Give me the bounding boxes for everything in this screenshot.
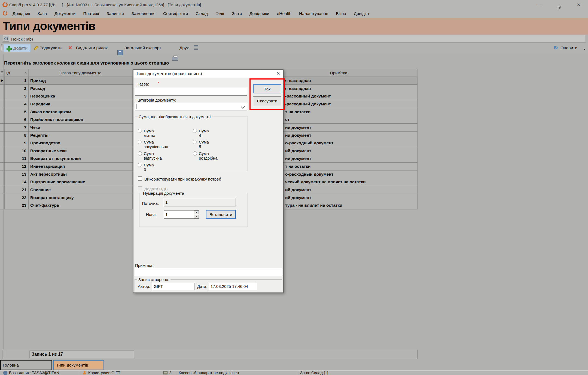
cell-name[interactable]: Инвентаризация [29,163,133,170]
cell-name[interactable]: Рецепты [29,132,133,139]
cell-id[interactable]: 5 [5,108,29,116]
cell-note[interactable]: ий документ [260,147,418,155]
cell-name[interactable]: Возврат поставщику [29,194,133,202]
cell-id[interactable]: 11 [5,155,29,162]
menu-item-5[interactable]: Замовлення [129,10,158,18]
cell-id[interactable]: 14 [5,178,29,186]
cell-id[interactable]: 22 [5,194,29,202]
menu-item-10[interactable]: Довідники [247,10,272,18]
cell-name[interactable]: Списание [29,186,133,194]
calc-checkbox[interactable] [138,176,142,181]
menu-item-13[interactable]: Вікна [333,10,349,18]
cell-note[interactable]: ст [260,116,418,123]
row-selector-cell[interactable] [0,163,5,170]
cell-note[interactable]: т на остатки [260,163,418,170]
cell-id[interactable]: 10 [5,147,29,155]
menu-item-12[interactable]: Налаштування [296,10,331,18]
radio-сума-4[interactable] [193,129,197,133]
row-selector-cell[interactable] [0,194,5,202]
delete-row-button[interactable]: Видалити рядок [76,43,108,53]
row-selector-cell[interactable] [0,202,5,209]
search-icon[interactable] [3,36,9,42]
cell-id[interactable]: 8 [5,132,29,139]
note-input[interactable] [135,268,282,276]
cell-note[interactable]: о-расходный документ [260,139,418,147]
cell-name[interactable]: Расход [29,85,133,92]
radio-сума-5[interactable] [193,140,197,144]
header-name[interactable]: Назва типу документа [29,69,133,77]
row-selector-cell[interactable] [0,108,5,116]
cell-name[interactable]: Акт пересортицы [29,170,133,178]
cell-note[interactable]: ий документ [260,155,418,162]
row-selector-cell[interactable] [0,186,5,194]
row-selector-cell[interactable] [0,139,5,147]
cell-id[interactable]: 1 [5,77,29,84]
sort-ascending-icon[interactable]: △ [25,69,27,77]
search-input[interactable] [11,35,556,42]
cell-id[interactable]: 4 [5,100,29,108]
row-selector-cell[interactable] [0,178,5,186]
header-note[interactable]: Примітка [260,69,418,77]
cell-note[interactable]: ий документ [260,186,418,194]
cell-name[interactable]: Чеки [29,124,133,131]
chevron-down-icon[interactable] [241,105,245,109]
tab-document-types[interactable]: Типи документів [53,360,104,370]
dialog-close-button[interactable]: × [274,70,283,78]
row-selector-cell[interactable] [0,92,5,100]
row-selector-cell[interactable] [0,147,5,155]
header-id[interactable]: ІД △ [5,69,29,77]
category-combobox[interactable] [135,103,247,111]
menu-item-7[interactable]: Склад [193,10,211,18]
radio-сума-3[interactable] [138,163,142,167]
cell-id[interactable]: 12 [5,163,29,170]
refresh-dropdown-icon[interactable] [583,49,586,50]
row-selector-cell[interactable] [0,116,5,123]
cell-name[interactable]: Переоценка [29,92,133,100]
cell-id[interactable]: 6 [5,116,29,123]
toolbar-drag-handle[interactable] [1,44,2,52]
row-selector-cell[interactable] [0,170,5,178]
menu-item-1[interactable]: Каса [35,10,50,18]
cell-note[interactable]: о-расходный документ [260,170,418,178]
minimize-button[interactable]: — [532,0,545,10]
export-button[interactable]: Загальний експорт [124,43,161,53]
menu-item-0[interactable]: Довідник [10,10,33,18]
cell-name[interactable]: Прайс-лист поставщиков [29,116,133,123]
columns-grid-icon[interactable] [194,45,198,50]
name-input[interactable] [135,88,247,96]
radio-сума-закупівельна[interactable] [138,140,142,144]
refresh-button[interactable]: Оновити [560,43,577,53]
menu-item-2[interactable]: Документи [52,10,78,18]
cell-name[interactable]: Счет-фактура [29,202,133,209]
dialog-title-bar[interactable]: Типы документов (новая запись) × [133,70,283,78]
row-selector-cell[interactable] [0,132,5,139]
menu-item-9[interactable]: Звіти [229,10,245,18]
cell-note[interactable]: ий документ [260,124,418,131]
add-button[interactable]: Додати [4,44,30,52]
spin-up-button[interactable]: ▲ [194,211,199,214]
cell-note[interactable]: ий документ [260,132,418,139]
radio-сума-митна[interactable] [138,129,142,133]
row-selector-cell[interactable] [0,155,5,162]
cell-id[interactable]: 9 [5,139,29,147]
restore-button[interactable] [552,0,565,10]
close-button[interactable]: × [572,0,586,10]
cell-id[interactable]: 13 [5,170,29,178]
row-selector-cell[interactable] [0,85,5,92]
spin-down-button[interactable]: ▼ [194,215,199,218]
cell-id[interactable]: 7 [5,124,29,131]
menu-item-14[interactable]: Довідка [351,10,372,18]
radio-сума-відпускна[interactable] [138,151,142,156]
set-number-button[interactable]: Встановити [206,210,236,219]
cell-id[interactable]: 23 [5,202,29,209]
menu-item-8[interactable]: Філії [213,10,227,18]
menu-item-4[interactable]: Залишки [104,10,127,18]
row-selector-cell[interactable]: ▶ [0,77,5,84]
cell-name[interactable]: Внутренние перемещение [29,178,133,186]
tab-home[interactable]: Головна [0,360,52,370]
row-selector-cell[interactable] [0,124,5,131]
cell-name[interactable]: Возвратные чеки [29,147,133,155]
cell-name[interactable]: Приход [29,77,133,84]
cell-name[interactable]: Заказ поставщикам [29,108,133,116]
cell-id[interactable]: 2 [5,85,29,92]
